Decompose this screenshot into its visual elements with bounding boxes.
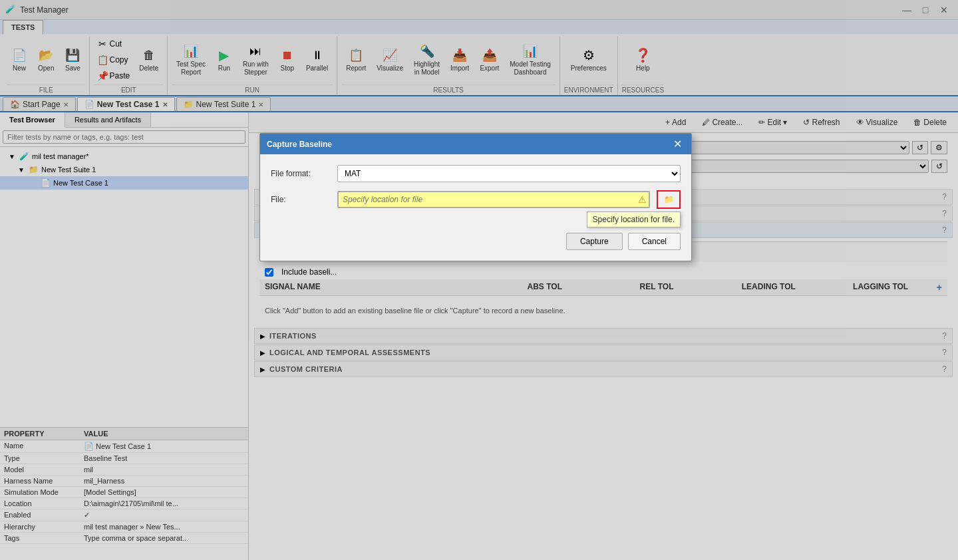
file-input-wrapper: ⚠ bbox=[337, 191, 650, 208]
cancel-button[interactable]: Cancel bbox=[628, 233, 681, 250]
browse-button[interactable]: 📁 bbox=[657, 190, 681, 209]
tooltip: Specify location for file. bbox=[587, 211, 681, 227]
modal-close-button[interactable]: ✕ bbox=[671, 138, 685, 150]
file-format-select[interactable]: MAT CSV XLSX bbox=[337, 165, 681, 182]
file-label: File: bbox=[271, 195, 331, 204]
file-input[interactable] bbox=[339, 192, 635, 207]
warning-icon: ⚠ bbox=[635, 193, 649, 206]
modal-titlebar: Capture Baseline ✕ bbox=[260, 134, 691, 154]
modal-body: File format: MAT CSV XLSX File: ⚠ 📁 bbox=[260, 154, 691, 227]
modal-overlay: Capture Baseline ✕ File format: MAT CSV … bbox=[0, 0, 958, 560]
file-format-row: File format: MAT CSV XLSX bbox=[271, 165, 681, 182]
browse-icon: 📁 bbox=[664, 195, 674, 204]
file-row: File: ⚠ 📁 Specify location for file. bbox=[271, 190, 681, 209]
capture-button[interactable]: Capture bbox=[566, 233, 623, 250]
file-format-label: File format: bbox=[271, 169, 331, 178]
tooltip-text: Specify location for file. bbox=[593, 215, 675, 224]
capture-baseline-dialog: Capture Baseline ✕ File format: MAT CSV … bbox=[259, 133, 692, 261]
modal-title: Capture Baseline bbox=[267, 140, 332, 149]
modal-footer: Capture Cancel bbox=[260, 227, 691, 261]
